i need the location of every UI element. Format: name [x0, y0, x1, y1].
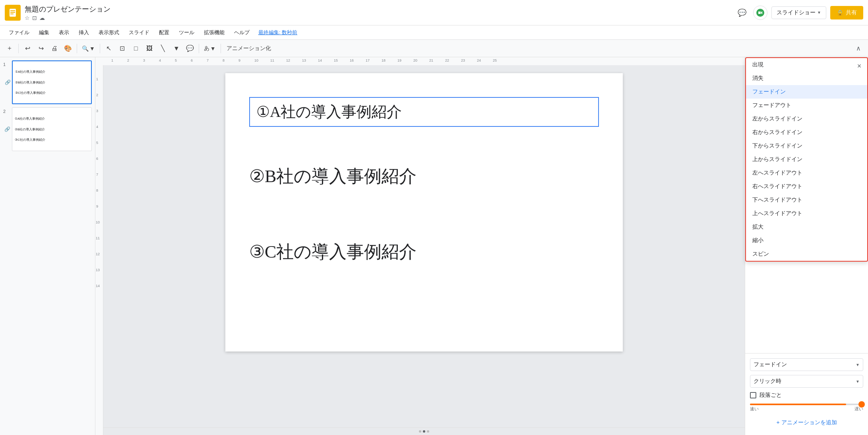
dot-1: [419, 430, 421, 433]
menu-insert[interactable]: 挿入: [75, 27, 93, 38]
slideshow-caret[interactable]: ▼: [817, 10, 821, 15]
menu-tools[interactable]: ツール: [175, 27, 198, 38]
canvas-bottom-dots: [103, 427, 745, 435]
slide-1-line-3: ③C社の導入事例紹介: [15, 91, 89, 95]
slideshow-label: スライドショー: [777, 9, 816, 16]
add-animation-btn[interactable]: + アニメーションを追加: [750, 415, 863, 430]
anim-option-enlarge[interactable]: 拡大: [746, 220, 867, 234]
slideshow-button[interactable]: スライドショー ▼: [771, 6, 826, 19]
slide-thumb-2: 2 🔗 ①A社の導入事例紹介 ②B社の導入事例紹介 ③C社の導入事例紹介: [3, 107, 92, 151]
anim-option-slidein-bottom[interactable]: 下からスライドイン: [746, 139, 867, 153]
trigger-label: クリック時: [754, 378, 781, 385]
slide-canvas[interactable]: ①A社の導入事例紹介 ②B社の導入事例紹介 ③C社の導入事例紹介: [225, 73, 623, 351]
svg-rect-1: [10, 10, 15, 11]
redo-btn[interactable]: ↪: [35, 42, 47, 55]
doc-title[interactable]: 無題のプレゼンテーション: [25, 4, 110, 14]
more-shapes-btn[interactable]: ▼: [170, 42, 183, 55]
top-right-actions: 💬 スライドショー ▼ 🔒 共有: [735, 6, 863, 20]
shape-btn[interactable]: □: [130, 42, 142, 55]
menu-bar: ファイル 編集 表示 挿入 表示形式 スライド 配置 ツール 拡張機能 ヘルプ …: [0, 25, 868, 40]
slide-num-1: 1: [3, 62, 10, 67]
anim-option-slidein-top[interactable]: 上からスライドイン: [746, 153, 867, 166]
slide-num-2: 2: [3, 109, 10, 114]
slide-title-1[interactable]: ①A社の導入事例紹介: [249, 97, 599, 127]
slide-title-3[interactable]: ③C社の導入事例紹介: [249, 240, 417, 264]
anim-option-shrink[interactable]: 縮小: [746, 234, 867, 247]
textbox-btn[interactable]: ⊡: [116, 42, 129, 55]
right-panel-close-btn[interactable]: ×: [854, 60, 865, 72]
anim-option-appear[interactable]: 出現: [746, 58, 867, 72]
anim-option-spin[interactable]: スピン: [746, 247, 867, 261]
anim-option-slidein-left[interactable]: 左からスライドイン: [746, 112, 867, 126]
anim-bottom: フェードイン ▼ クリック時 ▼ 段落ごと: [745, 353, 868, 435]
add-btn[interactable]: ＋: [3, 42, 16, 55]
comment-btn[interactable]: 💬: [184, 42, 196, 55]
anim-option-fadeout[interactable]: フェードアウト: [746, 99, 867, 112]
slider-fill: [750, 404, 846, 405]
menu-help[interactable]: ヘルプ: [230, 27, 254, 38]
anim-option-slideout-left[interactable]: 左へスライドアウト: [746, 166, 867, 180]
menu-format[interactable]: 表示形式: [95, 27, 123, 38]
anim-option-slideout-right[interactable]: 右へスライドアウト: [746, 180, 867, 193]
slider-thumb[interactable]: [858, 401, 865, 408]
share-label: 共有: [846, 9, 857, 16]
text-label: あ: [204, 45, 209, 52]
right-panel: 出現 消失 フェードイン フェードアウト 左からスライドイン 右からスライドイン…: [745, 57, 868, 435]
anim-option-fadein[interactable]: フェードイン: [746, 85, 867, 99]
top-bar: 無題のプレゼンテーション ☆ ⊡ ☁ 💬 スライドショー ▼ 🔒 共有: [0, 0, 868, 25]
menu-slide[interactable]: スライド: [125, 27, 153, 38]
toolbar-collapse-btn[interactable]: ∧: [852, 42, 865, 55]
app-logo: [5, 5, 21, 21]
anim-type-select[interactable]: フェードイン ▼: [750, 358, 863, 371]
main-layout: 1 🔗 ①A社の導入事例紹介 ②B社の導入事例紹介 ③C社の導入事例紹介 2 🔗…: [0, 57, 868, 435]
slide-panel: 1 🔗 ①A社の導入事例紹介 ②B社の導入事例紹介 ③C社の導入事例紹介 2 🔗…: [0, 57, 95, 435]
image-btn[interactable]: 🖼: [143, 42, 156, 55]
share-button[interactable]: 🔒 共有: [830, 6, 863, 19]
paragraph-checkbox-row: 段落ごと: [750, 392, 863, 399]
star-icon[interactable]: ☆: [25, 15, 30, 21]
anim-option-slideout-top[interactable]: 上へスライドアウト: [746, 207, 867, 220]
trigger-select[interactable]: クリック時 ▼: [750, 375, 863, 388]
paragraph-checkbox[interactable]: [750, 392, 756, 398]
zoom-icon: 🔍: [82, 45, 89, 52]
animation-btn[interactable]: アニメーション化: [223, 42, 274, 55]
horizontal-ruler: 1 2 3 4 5 6 7 8 9 10 11 12 13 14 15 16 1: [103, 57, 745, 65]
zoom-caret: ▼: [89, 45, 95, 52]
zoom-btn[interactable]: 🔍 ▼: [79, 42, 97, 55]
comment-icon-btn[interactable]: 💬: [735, 6, 749, 20]
folder-icon[interactable]: ⊡: [32, 15, 37, 21]
dot-3: [427, 430, 429, 433]
speed-slider-track[interactable]: [750, 404, 863, 405]
title-icons: ☆ ⊡ ☁: [25, 15, 110, 21]
undo-btn[interactable]: ↩: [21, 42, 34, 55]
anim-option-disappear[interactable]: 消失: [746, 72, 867, 85]
menu-arrange[interactable]: 配置: [155, 27, 173, 38]
slide-title-2[interactable]: ②B社の導入事例紹介: [249, 165, 417, 188]
menu-file[interactable]: ファイル: [5, 27, 33, 38]
slide-thumb-inner-1[interactable]: 🔗 ①A社の導入事例紹介 ②B社の導入事例紹介 ③C社の導入事例紹介: [12, 60, 92, 104]
lock-icon: 🔒: [837, 10, 843, 16]
text-btn[interactable]: あ ▼: [202, 42, 218, 55]
slider-min-label: 速い: [750, 406, 759, 412]
menu-view[interactable]: 表示: [55, 27, 73, 38]
cloud-icon[interactable]: ☁: [39, 15, 45, 21]
menu-edit[interactable]: 編集: [35, 27, 53, 38]
divider-3: [100, 44, 100, 53]
svg-rect-3: [10, 14, 14, 14]
cursor-btn[interactable]: ↖: [103, 42, 115, 55]
dot-2: [423, 430, 425, 433]
meet-btn[interactable]: [753, 6, 767, 20]
anim-option-slidein-right[interactable]: 右からスライドイン: [746, 126, 867, 139]
slide-2-line-1: ①A社の導入事例紹介: [15, 117, 89, 121]
divider-4: [199, 44, 199, 53]
anim-option-slideout-bottom[interactable]: 下へスライドアウト: [746, 193, 867, 207]
canvas-scroll: ①A社の導入事例紹介 ②B社の導入事例紹介 ③C社の導入事例紹介: [103, 65, 745, 427]
divider-1: [18, 44, 19, 53]
menu-extensions[interactable]: 拡張機能: [200, 27, 229, 38]
print-btn[interactable]: 🖨: [48, 42, 61, 55]
vertical-ruler: 1 2 3 4 5 6 7 8 9 10 11 12 13 14: [95, 65, 103, 435]
line-btn[interactable]: ╲: [157, 42, 169, 55]
paint-btn[interactable]: 🎨: [62, 42, 74, 55]
slide-thumb-inner-2[interactable]: 🔗 ①A社の導入事例紹介 ②B社の導入事例紹介 ③C社の導入事例紹介: [12, 107, 92, 151]
speed-slider-row: 速い 遅い: [750, 404, 863, 412]
